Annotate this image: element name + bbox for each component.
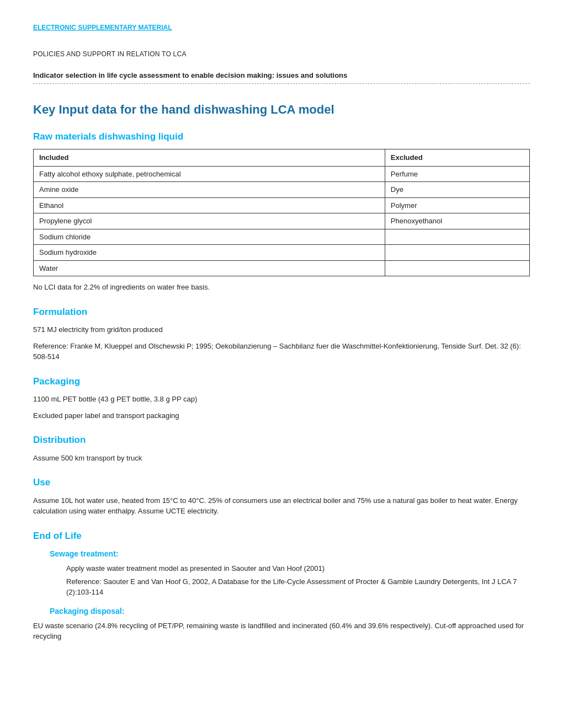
- sewage-line1: Apply waste water treatment model as pre…: [66, 563, 530, 574]
- sewage-line2: Reference: Saouter E and Van Hoof G, 200…: [66, 576, 530, 598]
- included-cell: Ethanol: [34, 197, 385, 213]
- use-heading: Use: [33, 475, 530, 490]
- packaging-disposal-block: Packaging disposal: EU waste scenario (2…: [33, 606, 530, 642]
- end-of-life-section: End of Life Sewage treatment: Apply wast…: [33, 529, 530, 642]
- table-row: Sodium hydroxide: [34, 245, 530, 261]
- formulation-section: Formulation 571 MJ electricity from grid…: [33, 305, 530, 362]
- page-title: Key Input data for the hand dishwashing …: [33, 100, 530, 119]
- raw-materials-table: Included Excluded Fatty alcohol ethoxy s…: [33, 149, 530, 276]
- indicator-text: Indicator selection in life cycle assess…: [33, 70, 530, 81]
- sewage-subheading: Sewage treatment:: [50, 548, 530, 560]
- use-section: Use Assume 10L hot water use, heated fro…: [33, 475, 530, 517]
- policies-label: POLICIES AND SUPPORT IN RELATION TO LCA: [33, 49, 530, 59]
- excluded-cell: Phenoxyethanol: [385, 213, 529, 229]
- use-text1: Assume 10L hot water use, heated from 15…: [33, 495, 530, 517]
- excluded-cell: Polymer: [385, 197, 529, 213]
- table-row: Water: [34, 260, 530, 276]
- included-cell: Sodium chloride: [34, 229, 385, 245]
- raw-materials-note: No LCI data for 2.2% of ingredients on w…: [33, 282, 530, 293]
- packaging-text2: Excluded paper label and transport packa…: [33, 410, 530, 421]
- raw-materials-section: Raw materials dishwashing liquid Include…: [33, 130, 530, 293]
- packaging-section: Packaging 1100 mL PET bottle (43 g PET b…: [33, 374, 530, 421]
- packaging-disposal-subheading: Packaging disposal:: [50, 606, 530, 617]
- excluded-cell: [385, 245, 529, 261]
- sewage-treatment-block: Sewage treatment: Apply waste water trea…: [33, 548, 530, 598]
- distribution-section: Distribution Assume 500 km transport by …: [33, 433, 530, 463]
- included-cell: Amine oxide: [34, 182, 385, 198]
- formulation-text1: 571 MJ electricity from grid/ton produce…: [33, 324, 530, 335]
- table-row: Fatty alcohol ethoxy sulphate, petrochem…: [34, 166, 530, 182]
- table-row: Sodium chloride: [34, 229, 530, 245]
- table-row: EthanolPolymer: [34, 197, 530, 213]
- raw-materials-heading: Raw materials dishwashing liquid: [33, 130, 530, 144]
- end-of-life-heading: End of Life: [33, 529, 530, 543]
- packaging-heading: Packaging: [33, 374, 530, 389]
- excluded-cell: [385, 229, 529, 245]
- distribution-text1: Assume 500 km transport by truck: [33, 453, 530, 464]
- electronic-label: ELECTRONIC SUPPLEMENTARY MATERIAL: [33, 23, 172, 33]
- excluded-header: Excluded: [385, 149, 529, 167]
- packaging-text1: 1100 mL PET bottle (43 g PET bottle, 3.8…: [33, 394, 530, 405]
- included-header: Included: [34, 149, 385, 167]
- packaging-disposal-text: EU waste scenario (24.8% recycling of PE…: [33, 620, 530, 642]
- formulation-heading: Formulation: [33, 305, 530, 319]
- excluded-cell: Perfume: [385, 166, 529, 182]
- included-cell: Water: [34, 260, 385, 276]
- formulation-text2: Reference: Franke M, Klueppel and Olsche…: [33, 341, 530, 362]
- divider-line: [33, 83, 530, 84]
- table-row: Amine oxideDye: [34, 182, 530, 198]
- included-cell: Sodium hydroxide: [34, 245, 385, 261]
- distribution-heading: Distribution: [33, 433, 530, 447]
- excluded-cell: Dye: [385, 182, 529, 198]
- excluded-cell: [385, 260, 529, 276]
- included-cell: Fatty alcohol ethoxy sulphate, petrochem…: [34, 166, 385, 182]
- table-row: Propylene glycolPhenoxyethanol: [34, 213, 530, 229]
- included-cell: Propylene glycol: [34, 213, 385, 229]
